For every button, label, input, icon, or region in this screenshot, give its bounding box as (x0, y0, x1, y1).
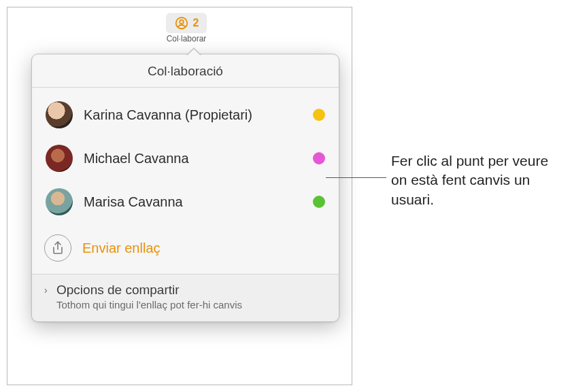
callout-text: Fer clic al punt per veure on està fent … (391, 152, 558, 209)
avatar (46, 188, 73, 215)
presence-dot[interactable] (313, 152, 325, 164)
share-icon (44, 234, 71, 262)
chevron-right-icon: › (44, 285, 52, 296)
collaboration-popover: Col·laboració Karina Cavanna (Propietari… (31, 54, 339, 322)
app-frame: 2 Col·laborar Col·laboració Karina Cavan… (7, 7, 352, 385)
collaborator-name: Michael Cavanna (84, 151, 302, 166)
collaborator-row[interactable]: Michael Cavanna (44, 137, 326, 180)
collaborate-chip: 2 (166, 13, 207, 33)
share-options-title: Opcions de compartir (56, 283, 180, 298)
collaborate-label: Col·laborar (167, 34, 207, 43)
collaborator-list: Karina Cavanna (Propietari) Michael Cava… (32, 88, 339, 228)
send-link-label: Enviar enllaç (82, 240, 161, 256)
collaborate-icon (174, 16, 189, 31)
collaborator-row[interactable]: Marisa Cavanna (44, 180, 326, 224)
send-link-row[interactable]: Enviar enllaç (32, 228, 339, 274)
presence-dot[interactable] (313, 196, 325, 208)
collaborator-count: 2 (193, 17, 199, 29)
share-options-subtitle: Tothom qui tingui l'enllaç pot fer-hi ca… (56, 299, 326, 310)
avatar (46, 145, 73, 172)
svg-point-1 (180, 20, 184, 24)
presence-dot[interactable] (313, 109, 325, 121)
callout-leader-line (326, 177, 386, 178)
share-options-section[interactable]: › Opcions de compartir Tothom qui tingui… (32, 274, 339, 321)
collaborator-row[interactable]: Karina Cavanna (Propietari) (44, 93, 326, 137)
collaborator-name: Karina Cavanna (Propietari) (84, 107, 302, 123)
collaborator-name: Marisa Cavanna (84, 194, 302, 210)
popover-title: Col·laboració (32, 54, 339, 88)
avatar (46, 101, 73, 128)
collaborate-toolbar-button[interactable]: 2 Col·laborar (156, 13, 216, 47)
